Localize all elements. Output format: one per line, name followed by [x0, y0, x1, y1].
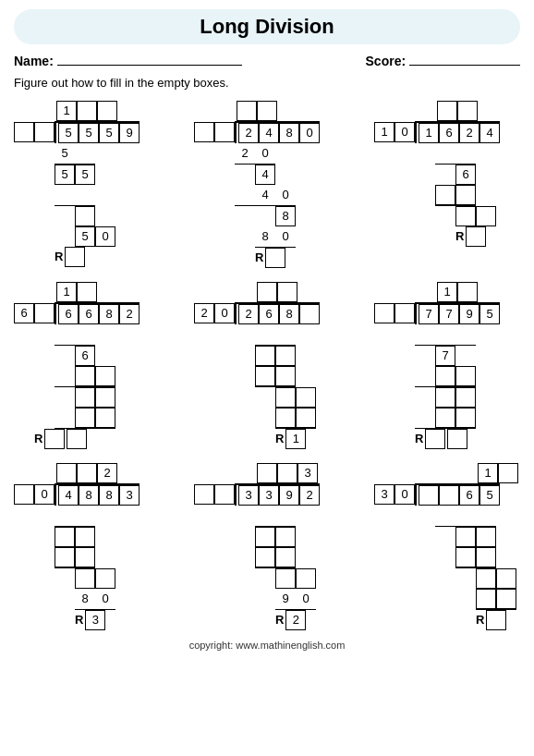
instructions: Figure out how to fill in the empty boxe… — [14, 76, 520, 90]
problem-4: 1 6 6 6 8 2 6 — [14, 282, 189, 449]
problem-6: 1 7 7 9 5 7 — [374, 282, 534, 449]
problems-grid: 1 5 5 5 9 5 5 5 — [14, 101, 520, 630]
score-label: Score: — [366, 54, 407, 68]
name-score-row: Name: Score: — [14, 54, 520, 68]
score-line — [409, 65, 520, 66]
problem-3: 1 0 1 6 2 4 6 — [374, 101, 534, 268]
problem-1: 1 5 5 5 9 5 5 5 — [14, 101, 189, 268]
problem-5: 2 0 2 6 8 — [194, 282, 370, 449]
page-title: Long Division — [14, 9, 520, 44]
problem-9: 1 3 0 6 5 — [374, 463, 534, 630]
problem-7: 2 0 4 8 8 3 — [14, 463, 189, 630]
problem-8: 3 3 3 9 2 — [194, 463, 370, 630]
copyright: copyright: www.mathinenglish.com — [14, 640, 520, 651]
name-label: Name: — [14, 54, 54, 68]
problem-2: 2 4 8 0 2 0 4 4 0 8 8 0 — [194, 101, 370, 268]
name-line — [57, 65, 242, 66]
